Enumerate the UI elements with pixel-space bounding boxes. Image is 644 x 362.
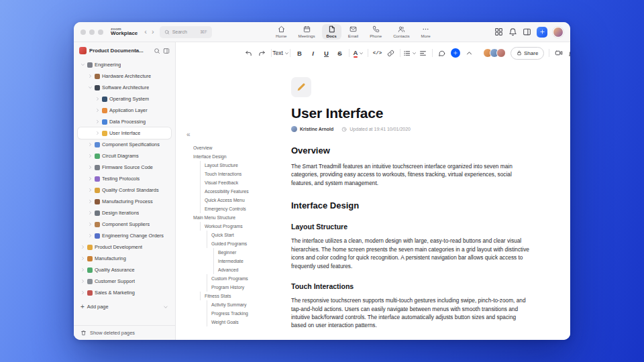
outline-item-beginner[interactable]: Beginner (213, 248, 279, 257)
chevron-right-icon[interactable] (88, 176, 93, 181)
document-emoji-icon[interactable] (291, 77, 311, 97)
outline-item-workout-programs[interactable]: Workout Programs (200, 222, 279, 231)
sidebar-item-user-interface[interactable]: User Interface (78, 127, 171, 139)
collapse-toolbar-button[interactable] (465, 47, 474, 59)
sidebar-item-testing-protocols[interactable]: Testing Protocols (78, 173, 171, 184)
insert-block-button[interactable] (451, 48, 460, 58)
link-button[interactable] (386, 47, 395, 59)
outline-item-guided-programs[interactable]: Guided Programs (207, 239, 279, 248)
collapse-outline-button[interactable]: « (186, 131, 196, 138)
chevron-down-icon[interactable] (88, 85, 93, 90)
chevron-right-icon[interactable] (95, 97, 100, 101)
chevron-right-icon[interactable] (88, 222, 93, 227)
panel-toggle-icon[interactable] (523, 27, 531, 36)
chevron-right-icon[interactable] (95, 131, 100, 135)
global-search-input[interactable]: Search ⌘F (160, 26, 212, 38)
chevron-right-icon[interactable] (80, 256, 85, 261)
back-button[interactable]: ‹ (144, 28, 147, 36)
sidebar-item-product-development[interactable]: Product Development (78, 241, 171, 253)
code-button[interactable]: </> (373, 47, 382, 59)
sidebar-collapse-icon[interactable] (163, 48, 170, 54)
close-window-button[interactable] (80, 29, 86, 35)
outline-item-visual-feedback[interactable]: Visual Feedback (200, 178, 279, 187)
sidebar-search-icon[interactable] (154, 48, 160, 54)
forward-button[interactable]: › (152, 28, 154, 36)
maximize-window-button[interactable] (98, 29, 103, 35)
sidebar-item-data-processing[interactable]: Data Processing (78, 116, 171, 127)
new-plus-button[interactable] (537, 27, 547, 38)
outline-item-touch-interactions[interactable]: Touch Interactions (200, 170, 279, 178)
outline-item-activity-summary[interactable]: Activity Summary (207, 300, 279, 309)
underline-button[interactable]: U (322, 47, 331, 59)
sidebar-item-manufacturing-process[interactable]: Manufacturing Process (78, 196, 171, 207)
show-deleted-pages-button[interactable]: Show deleted pages (74, 325, 175, 340)
outline-item-quick-start[interactable]: Quick Start (207, 231, 279, 239)
text-style-dropdown[interactable]: Text (276, 47, 285, 59)
chevron-right-icon[interactable] (88, 233, 93, 238)
sidebar-item-circuit-diagrams[interactable]: Circuit Diagrams (78, 150, 171, 162)
sidebar-item-manufacturing[interactable]: Manufacturing (78, 253, 171, 264)
comment-button[interactable] (437, 47, 446, 59)
outline-item-progress-tracking[interactable]: Progress Tracking (207, 309, 279, 318)
chevron-right-icon[interactable] (88, 165, 93, 170)
chevron-right-icon[interactable] (80, 290, 85, 295)
sidebar-item-engineering[interactable]: Engineering (78, 59, 171, 70)
bold-button[interactable]: B (295, 47, 304, 59)
sidebar-item-design-iterations[interactable]: Design Iterations (78, 207, 171, 219)
minimize-window-button[interactable] (89, 29, 95, 35)
strikethrough-button[interactable]: S (335, 47, 344, 59)
chevron-right-icon[interactable] (88, 142, 93, 147)
outline-item-advanced[interactable]: Advanced (213, 265, 279, 274)
outline-item-weight-goals[interactable]: Weight Goals (207, 318, 279, 326)
add-page-button[interactable]: + Add page (78, 301, 171, 312)
chevron-right-icon[interactable] (95, 108, 100, 113)
sidebar-item-customer-support[interactable]: Customer Support (78, 276, 171, 287)
sidebar-item-component-suppliers[interactable]: Component Suppliers (78, 219, 171, 230)
list-button[interactable] (405, 47, 414, 59)
document-title[interactable]: User Interface (291, 105, 539, 121)
outline-item-custom-programs[interactable]: Custom Programs (207, 274, 279, 283)
tab-meetings[interactable]: Meetings (294, 24, 320, 40)
user-avatar[interactable] (553, 27, 564, 38)
chevron-right-icon[interactable] (80, 267, 85, 272)
chevron-right-icon[interactable] (88, 199, 93, 204)
undo-button[interactable] (244, 47, 253, 59)
outline-item-layout-structure[interactable]: Layout Structure (200, 161, 279, 170)
outline-item-intermediate[interactable]: Intermediate (213, 257, 279, 265)
outline-item-emergency-controls[interactable]: Emergency Controls (200, 204, 279, 213)
sidebar-item-engineering-change-orders[interactable]: Engineering Change Orders (78, 230, 171, 241)
sidebar-item-quality-assurance[interactable]: Quality Assurance (78, 264, 171, 276)
italic-button[interactable]: I (309, 47, 317, 59)
tab-phone[interactable]: Phone (365, 24, 386, 40)
outline-item-accessibility-features[interactable]: Accessibility Features (200, 187, 279, 196)
share-button[interactable]: Share (511, 47, 544, 60)
sidebar-item-sales-marketing[interactable]: Sales & Marketing (78, 287, 171, 298)
tab-docs[interactable]: Docs (322, 24, 341, 40)
sidebar-item-component-specifications[interactable]: Component Specifications (78, 139, 171, 150)
sidebar-item-quality-control-standards[interactable]: Quality Control Standards (78, 184, 171, 196)
outline-item-interface-design[interactable]: Interface Design (193, 152, 279, 161)
outline-item-program-history[interactable]: Program History (207, 283, 279, 292)
tab-email[interactable]: Email (343, 24, 363, 40)
redo-button[interactable] (258, 47, 266, 59)
outline-item-fitness-stats[interactable]: Fitness Stats (200, 292, 279, 300)
sidebar-item-hardware-architecture[interactable]: Hardware Architecture (78, 70, 171, 82)
chevron-right-icon[interactable] (80, 245, 85, 249)
tab-contacts[interactable]: Contacts (388, 24, 414, 40)
chat-button[interactable] (568, 47, 570, 59)
chevron-right-icon[interactable] (88, 210, 93, 215)
outline-item-overview[interactable]: Overview (193, 143, 279, 152)
chevron-right-icon[interactable] (95, 119, 100, 124)
collaborator-avatars[interactable] (483, 48, 506, 58)
notifications-bell-icon[interactable] (508, 27, 517, 36)
sidebar-item-software-architecture[interactable]: Software Architecture (78, 82, 171, 93)
sidebar-item-firmware-source-code[interactable]: Firmware Source Code (78, 162, 171, 173)
document[interactable]: User Interface Kristine Arnold Updated a… (282, 64, 570, 340)
align-button[interactable] (419, 47, 427, 59)
tab-home[interactable]: Home (271, 24, 292, 40)
chevron-down-icon[interactable] (163, 304, 168, 310)
chevron-right-icon[interactable] (80, 279, 85, 284)
text-color-button[interactable]: A (354, 47, 363, 59)
workspace-title[interactable]: Product Documenta... (89, 48, 151, 54)
chevron-right-icon[interactable] (88, 188, 93, 192)
